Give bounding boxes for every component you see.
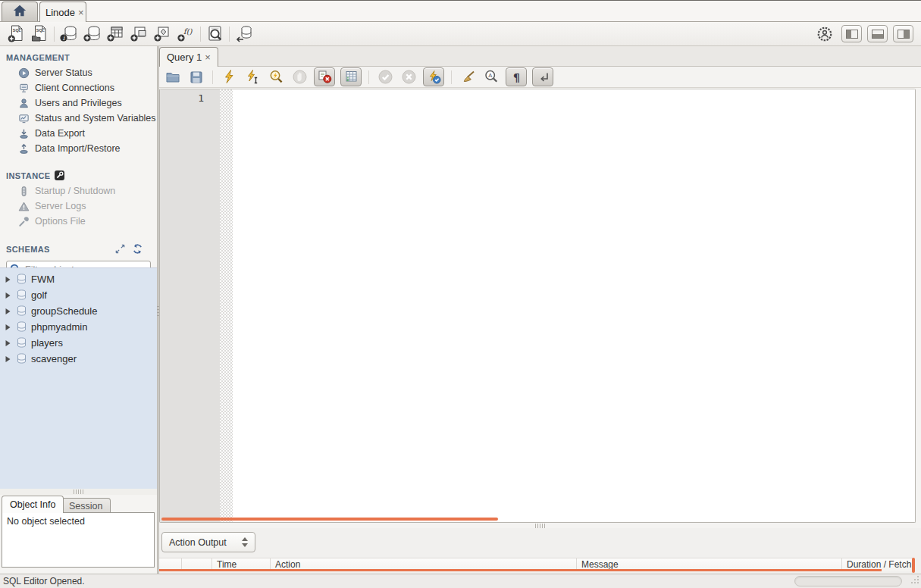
resize-grip-icon bbox=[909, 574, 920, 585]
sidebar-item-label: Server Status bbox=[35, 67, 92, 78]
sidebar-item-server-logs[interactable]: Server Logs bbox=[0, 199, 157, 214]
toolbar-separator bbox=[368, 70, 369, 84]
home-tab[interactable] bbox=[2, 2, 38, 21]
sidebar-horizontal-splitter[interactable] bbox=[0, 489, 157, 495]
expand-caret-icon[interactable] bbox=[5, 308, 12, 315]
toggle-left-sidebar-button[interactable] bbox=[841, 25, 862, 42]
toggle-left-sidebar-icon bbox=[846, 30, 858, 39]
schema-row-players[interactable]: players bbox=[0, 335, 157, 351]
toggle-word-wrap-button[interactable] bbox=[532, 67, 553, 86]
execute-current-icon bbox=[245, 69, 260, 85]
create-stored-procedure-button[interactable] bbox=[151, 23, 174, 44]
explain-button[interactable] bbox=[267, 68, 285, 86]
sidebar-item-data-import[interactable]: Data Import/Restore bbox=[0, 141, 157, 156]
open-sql-script-button[interactable]: SQL bbox=[28, 23, 52, 44]
sidebar-item-label: Startup / Shutdown bbox=[35, 186, 115, 196]
execute-button[interactable] bbox=[220, 68, 238, 86]
output-vertical-scrollbar[interactable] bbox=[912, 558, 915, 573]
tab-object-info[interactable]: Object Info bbox=[2, 496, 64, 513]
open-sql-file-button[interactable] bbox=[164, 68, 182, 86]
beautify-button[interactable] bbox=[459, 68, 477, 86]
toggle-stop-on-error-button[interactable] bbox=[314, 67, 335, 86]
explain-icon bbox=[268, 69, 284, 85]
pilcrow-icon: ¶ bbox=[509, 70, 524, 84]
save-script-button[interactable] bbox=[187, 68, 205, 86]
tab-query-1[interactable]: Query 1 × bbox=[159, 47, 218, 67]
broom-icon bbox=[460, 69, 476, 85]
open-folder-icon bbox=[165, 70, 180, 85]
query-tab-label: Query 1 bbox=[167, 52, 202, 63]
expand-caret-icon[interactable] bbox=[5, 355, 12, 363]
schema-row-phpmyadmin[interactable]: phpmyadmin bbox=[0, 319, 157, 335]
expand-schemas-icon[interactable] bbox=[114, 243, 126, 255]
sql-editor[interactable]: 1 bbox=[159, 89, 916, 523]
database-icon bbox=[17, 353, 27, 364]
management-section-title: MANAGEMENT bbox=[0, 46, 157, 65]
sidebar-item-label: Data Export bbox=[35, 128, 85, 139]
create-stored-procedure-icon bbox=[153, 24, 173, 43]
rollback-button[interactable] bbox=[399, 68, 418, 86]
editor-gutter: 1 bbox=[160, 89, 220, 522]
sidebar-item-data-export[interactable]: Data Export bbox=[0, 126, 157, 141]
create-table-button[interactable] bbox=[104, 23, 127, 44]
inspect-database-button[interactable]: i bbox=[57, 23, 80, 44]
sql-editor-toolbar: A ¶ bbox=[159, 67, 921, 88]
schema-row-fwm[interactable]: FWM bbox=[0, 271, 157, 287]
show-invisibles-button[interactable]: ¶ bbox=[506, 67, 527, 86]
close-icon[interactable]: × bbox=[205, 52, 211, 62]
navigator-sidebar: MANAGEMENT Server Status Client Connecti… bbox=[0, 46, 157, 574]
svg-text:¶: ¶ bbox=[513, 71, 520, 83]
sidebar-item-label: Status and System Variables bbox=[35, 113, 156, 124]
create-function-button[interactable]: f() bbox=[174, 23, 198, 44]
execute-current-statement-button[interactable] bbox=[243, 68, 262, 86]
sidebar-item-status-system-variables[interactable]: Status and System Variables bbox=[0, 111, 157, 126]
sidebar-item-label: Client Connections bbox=[35, 83, 114, 93]
toggle-output-area-button[interactable] bbox=[867, 25, 888, 42]
sidebar-item-server-status[interactable]: Server Status bbox=[0, 65, 157, 80]
schema-row-groupschedule[interactable]: groupSchedule bbox=[0, 303, 157, 319]
window-tab-bar: Linode × bbox=[0, 1, 921, 22]
search-table-data-button[interactable] bbox=[203, 23, 227, 44]
sidebar-item-users-and-privileges[interactable]: Users and Privileges bbox=[0, 95, 157, 111]
expand-caret-icon[interactable] bbox=[5, 339, 12, 347]
toggle-right-sidebar-button[interactable] bbox=[893, 25, 913, 42]
management-title-label: MANAGEMENT bbox=[6, 53, 70, 62]
expand-caret-icon[interactable] bbox=[5, 324, 12, 331]
wrench-badge-icon bbox=[55, 170, 64, 180]
editor-fold-margin bbox=[220, 89, 233, 522]
toggle-autocommit-button[interactable] bbox=[423, 67, 444, 86]
sidebar-item-client-connections[interactable]: Client Connections bbox=[0, 80, 157, 95]
expand-caret-icon[interactable] bbox=[5, 276, 12, 283]
svg-text:A: A bbox=[488, 72, 492, 79]
reconnect-dbms-button[interactable] bbox=[232, 23, 255, 44]
find-button[interactable]: A bbox=[482, 68, 500, 86]
sidebar-item-options-file[interactable]: Options File bbox=[0, 214, 157, 229]
limit-rows-button[interactable] bbox=[340, 67, 362, 86]
new-sql-tab-icon: SQL bbox=[7, 24, 27, 43]
sidebar-item-startup-shutdown[interactable]: Startup / Shutdown bbox=[0, 183, 157, 199]
database-icon bbox=[17, 289, 27, 301]
create-schema-button[interactable] bbox=[80, 23, 104, 44]
connection-tab-linode[interactable]: Linode × bbox=[39, 2, 86, 22]
refresh-schemas-icon[interactable] bbox=[132, 243, 143, 255]
output-type-select[interactable]: Action Output bbox=[161, 532, 255, 552]
close-icon[interactable]: × bbox=[78, 8, 84, 17]
editor-horizontal-scrollbar[interactable] bbox=[161, 518, 498, 521]
commit-button[interactable] bbox=[376, 68, 394, 86]
schema-row-golf[interactable]: golf bbox=[0, 287, 157, 303]
new-sql-tab-button[interactable]: SQL bbox=[5, 23, 28, 44]
object-info-tabbar: Object Info Session bbox=[0, 495, 157, 513]
tab-session[interactable]: Session bbox=[61, 498, 111, 513]
window-resize-grip[interactable] bbox=[909, 574, 920, 587]
schema-name: FWM bbox=[31, 274, 55, 285]
stop-button[interactable] bbox=[290, 68, 309, 86]
user-gear-button[interactable] bbox=[813, 23, 836, 44]
schema-row-scavenger[interactable]: scavenger bbox=[0, 351, 157, 367]
create-table-icon bbox=[106, 24, 126, 43]
output-horizontal-scrollbar[interactable] bbox=[159, 569, 882, 571]
search-table-data-icon bbox=[205, 24, 225, 43]
expand-caret-icon[interactable] bbox=[5, 292, 12, 299]
create-view-button[interactable] bbox=[127, 23, 151, 44]
toggle-output-area-icon bbox=[872, 30, 884, 39]
save-icon bbox=[189, 70, 204, 85]
